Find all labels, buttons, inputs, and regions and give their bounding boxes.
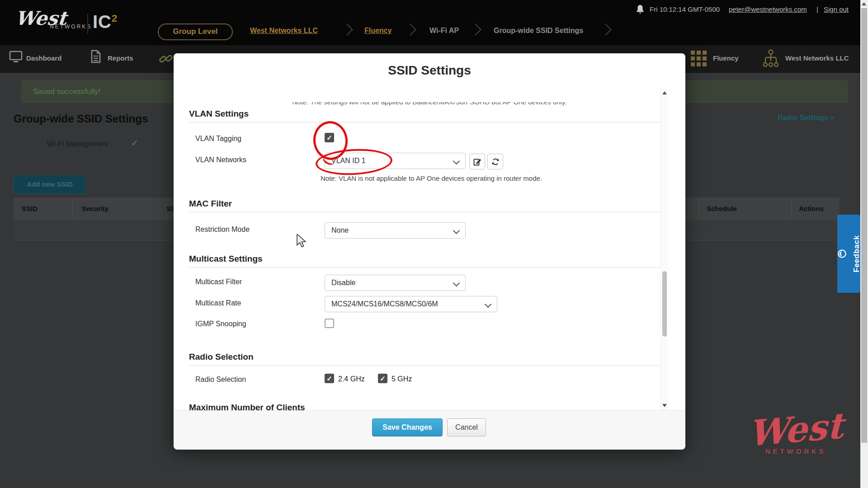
refresh-icon [491, 158, 500, 166]
table-header-schedule: Schedule [707, 205, 737, 212]
section-heading-mac: MAC Filter [189, 199, 232, 209]
modal-clipped-note-text: Note: The settings will not be applied t… [174, 102, 685, 106]
edit-vlan-button[interactable] [469, 154, 485, 169]
utility-separator: | [816, 5, 818, 13]
nav-item-org[interactable]: West Networks LLC [785, 54, 849, 62]
table-header-security: Security [82, 205, 108, 212]
feedback-icon [837, 249, 847, 259]
section-heading-vlan: VLAN Settings [189, 109, 249, 119]
fluency-grid-icon [691, 51, 707, 66]
vlan-tagging-label: VLAN Tagging [195, 135, 241, 143]
clock-text: Fri 10:12:14 GMT-0500 [650, 5, 720, 13]
table-column-divider [791, 198, 792, 220]
multicast-rate-label: Multicast Rate [195, 299, 241, 307]
product-logo: IC2 [93, 12, 118, 32]
multicast-rate-select[interactable]: MCS24/MCS16/MCS8/MCS0/6M [325, 296, 497, 312]
radio-selection-label: Radio Selection [195, 375, 246, 384]
watermark-script: West [748, 406, 844, 454]
breadcrumb-group-level-pill[interactable]: Group Level [158, 23, 233, 40]
table-column-divider [698, 198, 699, 220]
multicast-filter-value: Disable [331, 279, 355, 286]
page-title: Group-wide SSID Settings [14, 113, 148, 125]
section-heading-radio: Radio Selection [189, 352, 254, 362]
section-divider [189, 365, 660, 366]
reports-icon [90, 50, 101, 63]
ssid-settings-modal: SSID Settings Note: The settings will no… [174, 53, 685, 449]
table-header-actions: Actions [799, 205, 824, 212]
brand-logo-word: NETWORKS [50, 23, 92, 30]
radio-24ghz-label: 2.4 GHz [338, 375, 365, 383]
table-column-divider [166, 198, 167, 220]
page-scrollbar[interactable] [860, 0, 868, 488]
breadcrumb-org-link[interactable]: West Networks LLC [250, 27, 318, 35]
restriction-mode-label: Restriction Mode [195, 225, 250, 234]
multicast-rate-value: MCS24/MCS16/MCS8/MCS0/6M [331, 300, 438, 308]
add-new-ssid-button[interactable]: Add new SSID [14, 175, 86, 194]
vlan-note: Note: VLAN is not applicable to AP One d… [321, 174, 542, 182]
chevron-down-icon [485, 301, 492, 308]
scroll-up-icon[interactable] [662, 91, 667, 94]
product-logo-sup: 2 [112, 13, 118, 24]
igmp-snooping-checkbox[interactable] [325, 319, 334, 328]
product-logo-text: IC [93, 12, 112, 32]
section-divider [189, 212, 660, 212]
radio-24ghz-checkbox[interactable] [325, 374, 334, 383]
page-scrollbar-thumb[interactable] [861, 8, 867, 443]
notification-bell-icon[interactable] [636, 5, 645, 14]
multicast-filter-label: Multicast Filter [195, 278, 242, 286]
mouse-cursor [296, 234, 308, 248]
section-divider [189, 267, 660, 267]
radio-5ghz-label: 5 GHz [392, 375, 412, 383]
vlan-networks-label: VLAN Networks [195, 156, 246, 164]
restriction-mode-select[interactable]: None [325, 222, 466, 239]
west-networks-watermark: West NETWORKS [748, 410, 843, 455]
table-header-ssid: SSID [22, 205, 38, 212]
sign-out-link[interactable]: Sign out [824, 5, 849, 13]
feedback-tab[interactable]: Feedback [837, 215, 861, 293]
restriction-mode-value: None [331, 226, 349, 234]
link-icon [158, 51, 174, 66]
chevron-down-icon [453, 158, 460, 165]
dashboard-icon [9, 51, 23, 63]
nav-item-dashboard[interactable]: Dashboard [26, 54, 61, 62]
organization-icon [762, 49, 779, 68]
nav-item-reports[interactable]: Reports [108, 54, 133, 62]
feedback-label: Feedback [852, 235, 861, 272]
multicast-filter-select[interactable]: Disable [325, 275, 466, 291]
radio-5ghz-checkbox[interactable] [378, 374, 387, 383]
nav-item-fluency[interactable]: Fluency [713, 54, 739, 62]
scroll-up-icon[interactable] [862, 2, 866, 5]
cancel-button[interactable]: Cancel [447, 418, 486, 436]
breadcrumb-current-page: Group-wide SSID Settings [494, 27, 583, 35]
modal-title: SSID Settings [174, 63, 685, 78]
logo-divider [87, 14, 88, 33]
refresh-vlan-button[interactable] [487, 154, 503, 169]
modal-scrollbar[interactable] [660, 89, 668, 410]
scroll-down-icon[interactable] [662, 404, 667, 407]
section-divider [189, 122, 660, 122]
pencil-square-icon [473, 158, 481, 166]
chevron-down-icon [453, 227, 460, 235]
breadcrumb-wifi-ap: Wi-Fi AP [429, 27, 459, 35]
table-column-divider [72, 198, 73, 220]
clipped-section-heading: Maximum Number of Clients [189, 403, 460, 410]
modal-footer: Save Changes Cancel [174, 410, 685, 450]
save-changes-button[interactable]: Save Changes [372, 418, 443, 436]
wifi-management-label: Wi-Fi Management [47, 140, 108, 148]
radio-settings-link[interactable]: Radio Settings > [778, 114, 835, 122]
modal-scrollbar-thumb[interactable] [662, 271, 667, 337]
chevron-down-icon [453, 280, 460, 287]
screen: West NETWORKS IC2 Fri 10:12:14 GMT-0500 … [0, 0, 868, 488]
account-email-link[interactable]: peter@westnetworks.com [729, 5, 807, 13]
wifi-management-checkmark-icon: ✓ [131, 138, 138, 148]
modal-clipped-note: Note: The settings will not be applied t… [174, 102, 685, 109]
section-heading-multicast: Multicast Settings [189, 254, 263, 264]
breadcrumb-group-link[interactable]: Fluency [364, 27, 392, 35]
igmp-snooping-label: IGMP Snooping [195, 320, 246, 328]
